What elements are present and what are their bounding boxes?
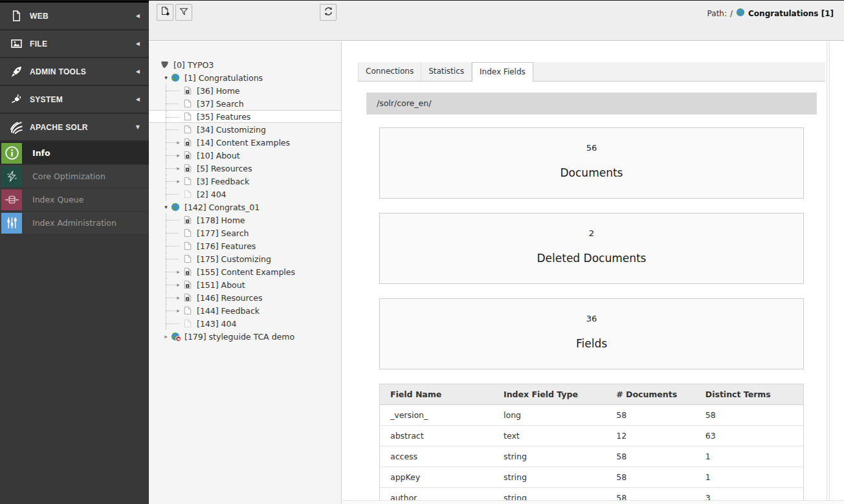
table-cell: 58 — [606, 446, 695, 467]
expand-toggle-icon[interactable]: ▸ — [162, 330, 170, 343]
tree-node-label: [14] Content Examples — [197, 138, 290, 148]
breadcrumb-prefix: Path: — [707, 9, 727, 18]
globe-icon — [736, 8, 745, 19]
tree-node[interactable]: ▸[146] Resources — [149, 291, 341, 304]
page-icon — [183, 254, 193, 263]
tree-node[interactable]: [175] Customizing — [149, 252, 341, 265]
filter-icon — [179, 6, 189, 19]
tab-statistics[interactable]: Statistics — [421, 62, 472, 81]
page-icon — [183, 112, 193, 121]
tree-node[interactable]: [176] Features — [149, 239, 341, 252]
sidebar-item-info[interactable]: Info — [0, 142, 149, 165]
info-icon — [1, 143, 22, 164]
tree-node[interactable]: [178] Home — [149, 214, 341, 226]
sidebar-section-apache-solr[interactable]: APACHE SOLR▼ — [0, 114, 149, 142]
scrollbar-track-horizontal[interactable] — [342, 500, 844, 504]
sidebar-item-label: Core Optimization — [32, 171, 106, 181]
collapse-toggle-icon[interactable]: ▾ — [162, 201, 170, 214]
tree-node[interactable]: [0] TYPO3 — [149, 58, 341, 71]
solr-core-panel-body: 56Documents2Deleted Documents36Fields Fi… — [366, 115, 817, 504]
tree-node[interactable]: ▾[142] Congrats_01 — [149, 201, 341, 214]
tree-node[interactable]: ▸[10] About — [149, 149, 341, 162]
tree-node-label: [0] TYPO3 — [173, 60, 214, 70]
tree-node-label: [37] Search — [197, 99, 244, 109]
expand-toggle-icon[interactable]: ▸ — [174, 291, 183, 304]
table-cell: _version_ — [380, 405, 494, 426]
tree-node[interactable]: ▸[144] Feedback — [149, 304, 341, 317]
expand-toggle-icon[interactable]: ▸ — [174, 136, 183, 149]
tab-index-fields[interactable]: Index Fields — [472, 62, 533, 82]
system-icon — [8, 92, 24, 107]
sidebar-section-system[interactable]: SYSTEM◀ — [0, 86, 149, 114]
expand-toggle-icon[interactable]: ▸ — [174, 162, 183, 175]
page-shortcut-icon — [183, 138, 193, 147]
tree-node[interactable]: [2] 404 — [149, 188, 341, 201]
scrollbar-track-vertical[interactable] — [827, 41, 830, 500]
tree-node-label: [1] Congratulations — [184, 73, 263, 83]
apache-solr-icon — [8, 120, 24, 135]
tree-node[interactable]: [36] Home — [149, 84, 341, 97]
tree-node[interactable]: ▸[3] Feedback — [149, 175, 341, 188]
tree-node[interactable]: ▾[1] Congratulations — [149, 71, 341, 84]
tree-node[interactable]: ▸[155] Content Examples — [149, 265, 341, 278]
sidebar-section-file[interactable]: FILE◀ — [0, 30, 149, 58]
filter-button[interactable] — [175, 4, 192, 21]
tree-node[interactable]: ▸[179] styleguide TCA demo — [149, 330, 341, 343]
page-icon — [183, 306, 193, 315]
table-cell: 12 — [606, 426, 695, 446]
page-shortcut-icon — [183, 280, 193, 289]
tree-node[interactable]: ▸[151] About — [149, 278, 341, 291]
sidebar-section-admin-tools[interactable]: ADMIN TOOLS◀ — [0, 58, 149, 86]
sidebar-item-index-administration[interactable]: Index Administration — [0, 212, 149, 235]
tree-node[interactable]: [34] Customizing — [149, 123, 341, 136]
sidebar-item-index-queue[interactable]: Index Queue — [0, 188, 149, 212]
expand-toggle-icon[interactable]: ▸ — [174, 149, 183, 162]
tree-guide-line — [166, 104, 179, 104]
breadcrumb-separator: / — [730, 9, 733, 18]
tree-node-label: [146] Resources — [197, 293, 262, 303]
stat-label: Deleted Documents — [380, 252, 803, 265]
expand-toggle-icon[interactable]: ▸ — [174, 265, 183, 278]
page-icon — [183, 177, 193, 186]
expand-toggle-icon[interactable]: ▸ — [174, 175, 183, 188]
sidebar-section-web[interactable]: WEB◀ — [0, 3, 149, 30]
sidebar-item-core-optimization[interactable]: Core Optimization — [0, 165, 149, 188]
page-shortcut-icon — [183, 86, 193, 95]
tree-node-label: [176] Features — [197, 241, 256, 251]
stat-card-documents: 56Documents — [379, 127, 804, 199]
tree-node[interactable]: [35] Features — [149, 110, 341, 123]
table-row: _version_long5858 — [380, 405, 804, 426]
column-header-distinct-terms: Distinct Terms — [695, 384, 804, 405]
chevron-left-icon: ◀ — [136, 96, 140, 102]
table-row: accessstring581 — [380, 446, 804, 467]
tree-node-label: [144] Feedback — [197, 306, 260, 316]
tree-node-label: [151] About — [197, 280, 245, 290]
table-cell: 58 — [695, 405, 804, 426]
top-border — [0, 0, 844, 1]
refresh-button[interactable] — [320, 4, 337, 21]
table-cell: long — [493, 405, 606, 426]
tree-guide-line — [166, 233, 179, 234]
stat-label: Fields — [380, 337, 803, 350]
solr-core-accordion-header[interactable]: /solr/core_en/ — [366, 93, 817, 115]
expand-toggle-icon[interactable]: ▸ — [174, 304, 183, 317]
tree-guide-line — [166, 246, 179, 247]
tree-node-label: [175] Customizing — [197, 254, 271, 264]
collapse-toggle-icon[interactable]: ▾ — [162, 71, 170, 84]
tree-node[interactable]: ▸[14] Content Examples — [149, 136, 341, 149]
tree-node[interactable]: ▸[5] Resources — [149, 162, 341, 175]
tree-node[interactable]: [37] Search — [149, 97, 341, 110]
tab-connections[interactable]: Connections — [358, 62, 421, 81]
chevron-left-icon: ◀ — [136, 41, 140, 47]
sidebar-section-label: ADMIN TOOLS — [30, 67, 136, 76]
tree-node[interactable]: [143] 404 — [149, 317, 341, 330]
tree-node-label: [179] styleguide TCA demo — [184, 332, 294, 342]
tree-node[interactable]: [177] Search — [149, 226, 341, 239]
tree-node-label: [2] 404 — [197, 190, 227, 199]
new-page-button[interactable] — [157, 4, 173, 21]
expand-toggle-icon[interactable]: ▸ — [174, 278, 183, 291]
stat-value: 56 — [380, 128, 803, 153]
column-header-field-name: Field Name — [380, 384, 494, 405]
tree-node-label: [34] Customizing — [197, 125, 266, 135]
tree-guide-line — [166, 91, 179, 91]
